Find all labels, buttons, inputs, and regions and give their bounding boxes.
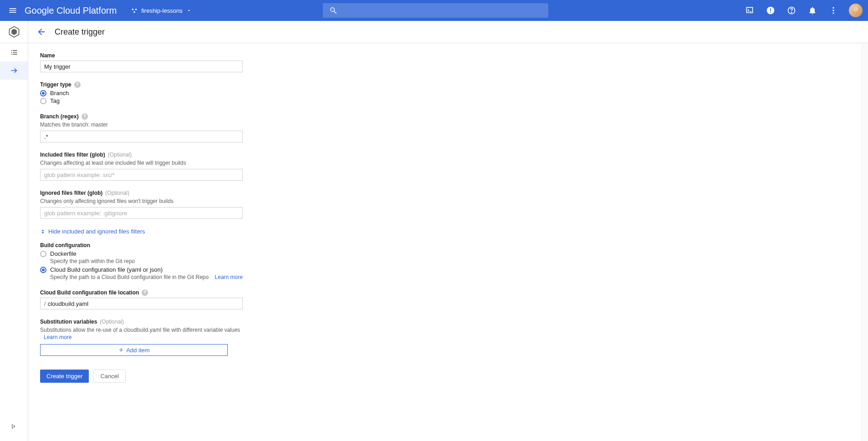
optional-text: (Optional)	[105, 190, 129, 196]
learn-more-link[interactable]: Learn more	[215, 274, 243, 280]
project-name: fireship-lessons	[141, 7, 182, 14]
radio-checked-icon	[40, 90, 46, 96]
optional-text: (Optional)	[108, 152, 132, 158]
arrow-back-icon	[36, 27, 46, 37]
svg-rect-4	[770, 8, 771, 11]
build-config-label: Build configuration	[40, 242, 243, 248]
help-icon[interactable]: ?	[74, 81, 81, 88]
radio-label: Cloud Build configuration file (yaml or …	[50, 266, 163, 273]
radio-checked-icon	[40, 267, 46, 273]
sidebar-triggers[interactable]	[0, 61, 28, 80]
svg-marker-12	[11, 29, 17, 35]
collapse-icon	[40, 229, 46, 234]
cloud-shell-icon	[745, 6, 754, 15]
page-title: Create trigger	[55, 27, 105, 37]
add-item-text: Add item	[126, 347, 149, 354]
branch-regex-label: Branch (regex)	[40, 113, 79, 120]
feedback-button[interactable]	[765, 5, 776, 16]
radio-unchecked-icon	[40, 98, 46, 104]
branch-regex-input[interactable]	[40, 131, 243, 142]
svg-point-2	[134, 11, 136, 13]
included-helper: Changes affecting at least one included …	[40, 160, 243, 166]
learn-more-link[interactable]: Learn more	[44, 334, 71, 340]
sub-vars-helper: Substitutions allow the re-use of a clou…	[40, 327, 243, 333]
notifications-button[interactable]	[807, 5, 818, 16]
plus-icon	[118, 347, 124, 353]
cloudbuild-sub: Specify the path to a Cloud Build config…	[50, 274, 209, 280]
location-value: cloudbuild.yaml	[48, 300, 89, 307]
branch-regex-helper: Matches the branch: master	[40, 122, 243, 128]
name-input[interactable]	[40, 61, 243, 72]
search-icon	[329, 6, 337, 15]
create-trigger-button[interactable]: Create trigger	[40, 370, 89, 383]
scrollbar[interactable]	[862, 43, 868, 441]
cancel-button[interactable]: Cancel	[93, 370, 125, 383]
list-icon	[10, 48, 19, 57]
radio-label: Branch	[50, 90, 69, 96]
hide-filters-link[interactable]: Hide included and ignored files filters	[40, 228, 243, 235]
trigger-type-label: Trigger type	[40, 81, 71, 88]
svg-point-10	[832, 12, 834, 14]
search-input[interactable]	[323, 3, 548, 18]
trigger-icon	[10, 66, 19, 75]
build-config-cloudbuild[interactable]: Cloud Build configuration file (yaml or …	[40, 266, 243, 273]
logo: Google Cloud Platform	[25, 5, 117, 16]
radio-label: Tag	[50, 97, 60, 104]
dropdown-icon	[186, 8, 192, 13]
sidebar-history[interactable]	[0, 43, 28, 61]
logo-text: Google Cloud Platform	[25, 5, 117, 15]
add-item-button[interactable]: Add item	[40, 344, 228, 356]
radio-label: Dockerfile	[50, 250, 77, 257]
back-button[interactable]	[36, 27, 46, 37]
hide-filters-text: Hide included and ignored files filters	[48, 228, 145, 235]
more-vert-icon	[829, 6, 838, 15]
included-label: Included files filter (glob)	[40, 152, 105, 158]
name-label: Name	[40, 52, 243, 59]
svg-rect-5	[770, 12, 771, 13]
alert-icon	[766, 6, 775, 15]
help-button[interactable]	[786, 5, 797, 16]
chevron-right-icon	[10, 423, 18, 430]
bell-icon	[808, 6, 817, 15]
cloud-shell-button[interactable]	[744, 5, 755, 16]
menu-button[interactable]	[5, 3, 20, 18]
hamburger-icon	[8, 6, 17, 15]
cloud-build-service-icon	[8, 25, 20, 38]
location-prefix: /	[44, 300, 46, 307]
trigger-type-branch[interactable]: Branch	[40, 90, 243, 96]
svg-point-9	[832, 10, 834, 11]
svg-point-0	[132, 9, 134, 10]
more-button[interactable]	[828, 5, 839, 16]
cloudbuild-location-label: Cloud Build configuration file location	[40, 289, 139, 296]
radio-unchecked-icon	[40, 251, 46, 257]
svg-point-7	[791, 12, 791, 13]
svg-point-1	[135, 9, 137, 10]
sidebar-expand[interactable]	[0, 417, 28, 436]
help-icon[interactable]: ?	[142, 289, 148, 296]
build-config-dockerfile[interactable]: Dockerfile	[40, 250, 243, 257]
included-input[interactable]	[40, 169, 243, 181]
avatar[interactable]	[849, 4, 863, 17]
ignored-input[interactable]	[40, 207, 243, 219]
project-selector[interactable]: fireship-lessons	[128, 5, 195, 16]
cloudbuild-location-input[interactable]: / cloudbuild.yaml	[40, 298, 243, 309]
dockerfile-sub: Specify the path within the Git repo	[50, 258, 243, 264]
project-icon	[131, 7, 138, 14]
sub-vars-label: Substitution variables	[40, 319, 97, 325]
help-icon[interactable]: ?	[82, 113, 88, 120]
trigger-type-tag[interactable]: Tag	[40, 97, 243, 104]
ignored-helper: Changes only affecting ignored files won…	[40, 198, 243, 204]
svg-point-8	[832, 7, 834, 9]
optional-text: (Optional)	[100, 319, 124, 325]
help-icon	[787, 6, 796, 15]
ignored-label: Ignored files filter (glob)	[40, 190, 102, 196]
